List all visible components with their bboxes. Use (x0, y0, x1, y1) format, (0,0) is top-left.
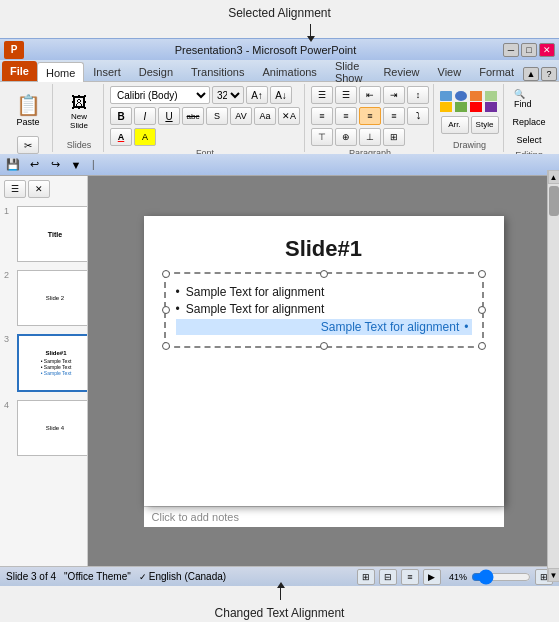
scroll-up-button[interactable]: ▲ (548, 176, 560, 184)
numbering-button[interactable]: ☰ (335, 86, 357, 104)
zoom-slider[interactable] (471, 571, 531, 583)
font-color-button[interactable]: A (110, 128, 132, 146)
paste-button[interactable]: 📋 Paste (8, 86, 48, 134)
select-button[interactable]: Select (510, 132, 548, 148)
qat-save-button[interactable]: 💾 (4, 157, 22, 173)
ribbon-help-button[interactable]: ? (541, 67, 557, 81)
slide-3-thumbnail[interactable]: Slide#1 • Sample Text • Sample Text • Sa… (17, 334, 88, 392)
decrease-indent-button[interactable]: ⇤ (359, 86, 381, 104)
text-direction-button[interactable]: ⤵ (407, 107, 429, 125)
tab-slideshow[interactable]: Slide Show (326, 61, 375, 81)
align-right-button[interactable]: ≡ (359, 107, 381, 125)
slides-label: Slides (67, 138, 92, 150)
slide-2-thumbnail[interactable]: Slide 2 (17, 270, 88, 326)
shape5[interactable] (440, 102, 452, 112)
bold-button[interactable]: B (110, 107, 132, 125)
vertical-scrollbar[interactable]: ▲ ▼ (547, 176, 559, 566)
increase-font-size-button[interactable]: A↑ (246, 86, 268, 104)
close-button[interactable]: ✕ (539, 43, 555, 57)
handle-bottom-right[interactable] (478, 342, 486, 350)
font-size-select[interactable]: 32 (212, 86, 244, 104)
handle-middle-right[interactable] (478, 306, 486, 314)
strikethrough-button[interactable]: abc (182, 107, 204, 125)
tab-home[interactable]: Home (37, 62, 84, 82)
handle-middle-left[interactable] (162, 306, 170, 314)
cut-button[interactable]: ✂ (17, 136, 39, 154)
quick-styles-button[interactable]: Style (471, 116, 499, 134)
handle-top-right[interactable] (478, 270, 486, 278)
slide-sorter-button[interactable]: ⊟ (379, 569, 397, 585)
drawing-group: Arr. Style Drawing (436, 84, 504, 152)
slide-4-thumbnail[interactable]: Slide 4 (17, 400, 88, 456)
line-spacing-button[interactable]: ↕ (407, 86, 429, 104)
shadow-button[interactable]: S (206, 107, 228, 125)
highlight-color-button[interactable]: A (134, 128, 156, 146)
window-controls: ─ □ ✕ (503, 43, 555, 57)
annotation-bottom: Changed Text Alignment (0, 586, 559, 622)
decrease-font-size-button[interactable]: A↓ (270, 86, 292, 104)
slide-panel-menu-button[interactable]: ☰ (4, 180, 26, 198)
tab-animations[interactable]: Animations (253, 61, 325, 81)
align-bottom-button[interactable]: ⊥ (359, 128, 381, 146)
qat-customize-button[interactable]: ▼ (67, 157, 85, 173)
text-box[interactable]: Sample Text for alignment Sample Text fo… (164, 272, 484, 348)
increase-indent-button[interactable]: ⇥ (383, 86, 405, 104)
align-middle-button[interactable]: ⊕ (335, 128, 357, 146)
reading-view-button[interactable]: ≡ (401, 569, 419, 585)
handle-bottom-left[interactable] (162, 342, 170, 350)
font-format-row: B I U abc S AV Aa ✕A (110, 107, 300, 125)
qat-undo-button[interactable]: ↩ (25, 157, 43, 173)
slide-1-thumbnail[interactable]: Title (17, 206, 88, 262)
notes-area[interactable]: Click to add notes (144, 506, 504, 527)
align-top-button[interactable]: ⊤ (311, 128, 333, 146)
find-button[interactable]: 🔍 Find (510, 86, 548, 112)
normal-view-button[interactable]: ⊞ (357, 569, 375, 585)
slide-show-button[interactable]: ▶ (423, 569, 441, 585)
slide-2-num: 2 (4, 270, 14, 280)
replace-button[interactable]: Replace (510, 114, 548, 130)
handle-top-left[interactable] (162, 270, 170, 278)
align-center-button[interactable]: ≡ (335, 107, 357, 125)
paragraph-row3: ⊤ ⊕ ⊥ ⊞ (311, 128, 429, 146)
tab-transitions[interactable]: Transitions (182, 61, 253, 81)
slide-4-preview: Slide 4 (20, 403, 88, 453)
character-spacing-button[interactable]: AV (230, 107, 252, 125)
minimize-button[interactable]: ─ (503, 43, 519, 57)
tab-view[interactable]: View (429, 61, 471, 81)
shape1[interactable] (440, 91, 452, 101)
handle-bottom-middle[interactable] (320, 342, 328, 350)
new-slide-label: New Slide (63, 112, 95, 130)
arrange-button[interactable]: Arr. (441, 116, 469, 134)
bullet-item-3-text: Sample Text for alignment (321, 320, 460, 334)
tab-review[interactable]: Review (374, 61, 428, 81)
new-slide-button[interactable]: 🖼 New Slide (59, 86, 99, 138)
shape8[interactable] (485, 102, 497, 112)
handle-top-middle[interactable] (320, 270, 328, 278)
tab-design[interactable]: Design (130, 61, 182, 81)
align-left-button[interactable]: ≡ (311, 107, 333, 125)
shape7[interactable] (470, 102, 482, 112)
tab-insert[interactable]: Insert (84, 61, 130, 81)
spell-check-icon: ✓ (139, 572, 147, 582)
change-case-button[interactable]: Aa (254, 107, 276, 125)
underline-button[interactable]: U (158, 107, 180, 125)
qat-redo-button[interactable]: ↪ (46, 157, 64, 173)
slide-panel-close-button[interactable]: ✕ (28, 180, 50, 198)
shape3[interactable] (470, 91, 482, 101)
ribbon-collapse-button[interactable]: ▲ (523, 67, 539, 81)
canvas-area[interactable]: Slide#1 Sample Text (88, 176, 559, 566)
tab-format[interactable]: Format (470, 61, 523, 81)
font-name-select[interactable]: Calibri (Body) (110, 86, 210, 104)
shape4[interactable] (485, 91, 497, 101)
maximize-button[interactable]: □ (521, 43, 537, 57)
italic-button[interactable]: I (134, 107, 156, 125)
clear-format-button[interactable]: ✕A (278, 107, 300, 125)
slides-group: 🖼 New Slide Slides (55, 84, 104, 152)
shape2[interactable] (455, 91, 467, 101)
shape6[interactable] (455, 102, 467, 112)
scroll-thumb[interactable] (549, 186, 559, 216)
bullets-button[interactable]: ☰ (311, 86, 333, 104)
columns-button[interactable]: ⊞ (383, 128, 405, 146)
tab-file[interactable]: File (2, 61, 37, 81)
justify-button[interactable]: ≡ (383, 107, 405, 125)
